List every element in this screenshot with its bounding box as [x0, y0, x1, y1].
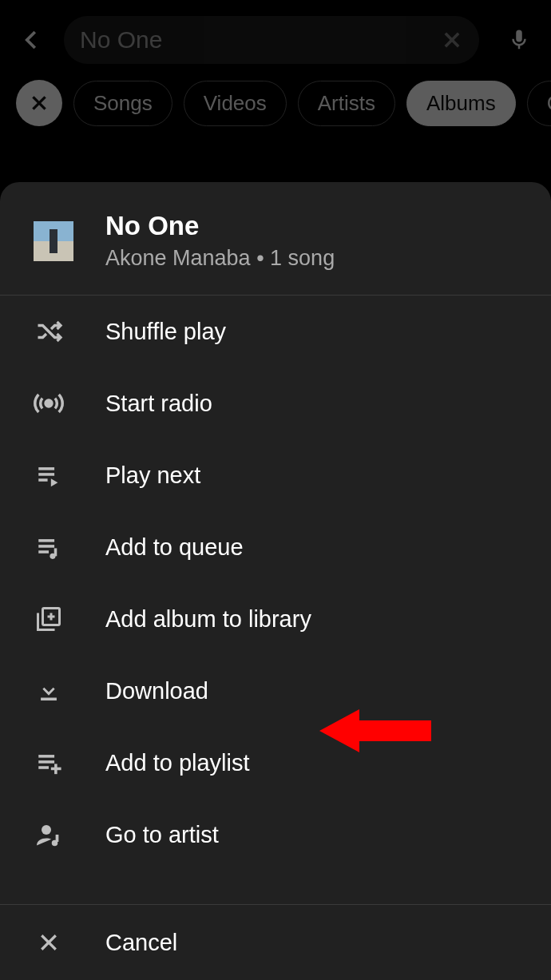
menu-item-play-next[interactable]: Play next — [0, 439, 551, 511]
menu-item-go-to-artist[interactable]: Go to artist — [0, 799, 551, 871]
menu-label: Shuffle play — [105, 319, 226, 345]
filter-chip-albums[interactable]: Albums — [406, 81, 516, 126]
svg-point-22 — [42, 825, 51, 835]
play-next-icon — [34, 460, 64, 490]
close-icon — [34, 927, 64, 958]
voice-search-button[interactable] — [503, 24, 535, 56]
album-artwork — [34, 221, 73, 261]
svg-point-4 — [46, 400, 52, 407]
microphone-icon — [507, 28, 531, 52]
filter-row: Songs Videos Artists Albums Co — [0, 72, 551, 142]
svg-point-12 — [50, 553, 55, 559]
close-icon — [29, 93, 50, 113]
back-icon — [20, 28, 44, 52]
menu-label: Start radio — [105, 391, 212, 417]
shuffle-icon — [34, 316, 64, 347]
svg-rect-19 — [38, 766, 49, 769]
menu-body: Shuffle play Start radio Play next Add t… — [0, 296, 551, 904]
context-sheet: No One Akone Manaba • 1 song Shuffle pla… — [0, 182, 551, 980]
menu-label: Add album to library — [105, 606, 311, 633]
svg-rect-17 — [38, 755, 54, 758]
queue-icon — [34, 532, 64, 562]
filter-chip-songs[interactable]: Songs — [73, 81, 172, 126]
svg-rect-7 — [38, 478, 47, 482]
radio-icon — [34, 388, 64, 419]
svg-rect-18 — [38, 760, 54, 764]
menu-item-add-to-queue[interactable]: Add to queue — [0, 511, 551, 583]
cancel-button[interactable]: Cancel — [0, 904, 551, 980]
search-text: No One — [80, 26, 433, 54]
cancel-label: Cancel — [105, 930, 177, 956]
menu-label: Go to artist — [105, 822, 219, 848]
svg-rect-11 — [38, 550, 49, 553]
filter-chip-artists[interactable]: Artists — [298, 81, 395, 126]
svg-point-23 — [52, 840, 58, 847]
artist-icon — [34, 819, 64, 850]
album-subtitle: Akone Manaba • 1 song — [105, 246, 335, 271]
svg-rect-10 — [38, 545, 54, 548]
menu-item-download[interactable]: Download — [0, 655, 551, 727]
menu-label: Add to queue — [105, 534, 244, 561]
svg-rect-6 — [38, 473, 54, 476]
svg-rect-5 — [38, 467, 54, 470]
menu-item-shuffle-play[interactable]: Shuffle play — [0, 296, 551, 367]
back-button[interactable] — [16, 24, 48, 56]
filter-chip-community[interactable]: Co — [527, 81, 551, 126]
menu-label: Download — [105, 678, 208, 704]
menu-label: Play next — [105, 462, 200, 489]
svg-rect-21 — [51, 768, 61, 771]
menu-label: Add to playlist — [105, 750, 250, 776]
download-icon — [34, 676, 64, 706]
clear-search-icon[interactable] — [441, 29, 463, 51]
search-field[interactable]: No One — [64, 16, 479, 64]
sheet-header: No One Akone Manaba • 1 song — [0, 182, 551, 296]
library-add-icon — [34, 604, 64, 634]
search-bar: No One — [0, 0, 551, 72]
svg-marker-8 — [51, 478, 58, 486]
menu-item-start-radio[interactable]: Start radio — [0, 367, 551, 439]
menu-item-add-to-playlist[interactable]: Add to playlist — [0, 727, 551, 799]
menu-list: Shuffle play Start radio Play next Add t… — [0, 296, 551, 871]
album-title: No One — [105, 211, 335, 241]
clear-filter-button[interactable] — [16, 80, 62, 126]
playlist-add-icon — [34, 748, 64, 778]
menu-item-add-album-to-library[interactable]: Add album to library — [0, 583, 551, 655]
svg-rect-16 — [41, 698, 57, 701]
svg-rect-9 — [38, 539, 54, 542]
filter-chip-videos[interactable]: Videos — [184, 81, 287, 126]
